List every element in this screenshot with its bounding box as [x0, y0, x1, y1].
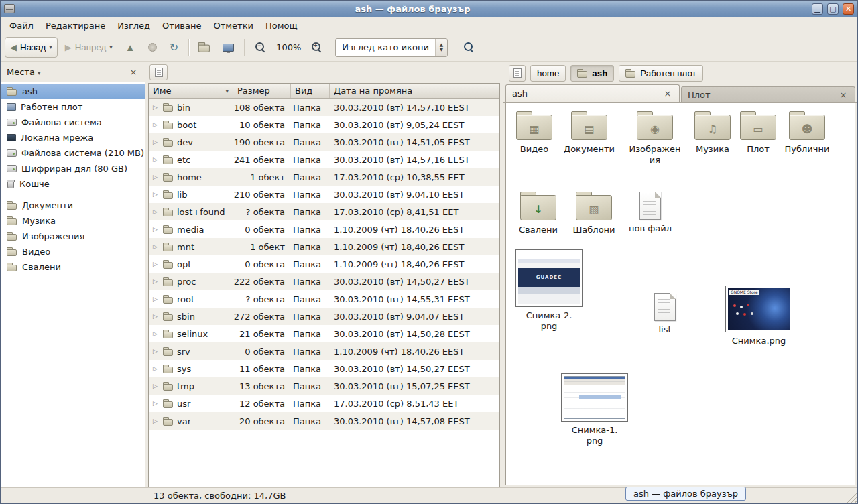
expander-icon[interactable]: ▷	[151, 226, 160, 233]
path-button-desktop[interactable]: Работен плот	[619, 65, 702, 82]
expander-icon[interactable]: ▷	[151, 208, 160, 215]
search-button[interactable]	[458, 37, 480, 58]
close-button[interactable]: ✕	[843, 3, 854, 15]
combobox-arrows-icon[interactable]: ▲▼	[435, 39, 447, 56]
table-row[interactable]: ▷var20 обектаПапка30.03.2010 (вт) 14,57,…	[149, 412, 499, 430]
table-row[interactable]: ▷proc222 обектаПапка30.03.2010 (вт) 14,5…	[149, 273, 499, 290]
column-header-type[interactable]: Вид	[291, 84, 330, 98]
expander-icon[interactable]: ▷	[151, 418, 160, 424]
expander-icon[interactable]: ▷	[151, 330, 160, 337]
expander-icon[interactable]: ▷	[151, 348, 160, 355]
menu-bookmarks[interactable]: Отметки	[207, 19, 259, 33]
file-new-file[interactable]: нов файл	[622, 192, 678, 234]
table-row[interactable]: ▷dev190 обектаПапка30.03.2010 (вт) 14,51…	[149, 133, 499, 151]
table-row[interactable]: ▷selinux21 обектаПапка30.03.2010 (вт) 14…	[149, 325, 499, 342]
expander-icon[interactable]: ▷	[151, 191, 160, 198]
expander-icon[interactable]: ▷	[151, 174, 160, 180]
expander-icon[interactable]: ▷	[151, 104, 160, 111]
up-button[interactable]: ▲	[120, 37, 141, 58]
expander-icon[interactable]: ▷	[151, 313, 160, 320]
sidebar-item-encrypted-80[interactable]: Шифриран дял (80 GB)	[1, 161, 145, 176]
table-row[interactable]: ▷sbin272 обектаПапка30.03.2010 (вт) 9,04…	[149, 308, 499, 325]
expander-icon[interactable]: ▷	[151, 261, 160, 267]
back-dropdown-icon[interactable]: ▾	[49, 44, 52, 50]
column-header-date[interactable]: Дата на промяна	[330, 84, 499, 98]
reload-button[interactable]: ↻	[164, 37, 184, 58]
table-row[interactable]: ▷mnt1 обектПапка1.10.2009 (чт) 18,40,26 …	[149, 238, 499, 255]
expander-icon[interactable]: ▷	[151, 156, 160, 163]
table-row[interactable]: ▷srv0 обектаПапка1.10.2009 (чт) 18,40,26…	[149, 342, 499, 360]
expander-icon[interactable]: ▷	[151, 278, 160, 285]
table-row[interactable]: ▷boot10 обектаПапка30.03.2010 (вт) 9,05,…	[149, 116, 499, 133]
expander-icon[interactable]: ▷	[151, 400, 160, 407]
menu-help[interactable]: Помощ	[259, 19, 304, 33]
sidebar-item-downloads[interactable]: Свалени	[1, 259, 145, 275]
tab-close-icon[interactable]: ×	[662, 88, 673, 99]
tab-close-icon[interactable]: ×	[838, 89, 849, 100]
file-list-file[interactable]: list	[637, 293, 693, 335]
sidebar-item-network[interactable]: Локална мрежа	[1, 130, 145, 145]
column-header-name[interactable]: Име▾	[149, 84, 233, 98]
maximize-button[interactable]: ▢	[827, 3, 839, 15]
table-row[interactable]: ▷opt0 обектаПапка1.10.2009 (чт) 18,40,26…	[149, 255, 499, 273]
sidebar-item-video[interactable]: Видео	[1, 244, 145, 259]
file-public-folder[interactable]: ☻Публични	[779, 111, 835, 155]
file-snimka[interactable]: GNOME StoreСнимка.png	[724, 286, 794, 346]
tab-ash[interactable]: ash×	[505, 84, 680, 102]
table-row[interactable]: ▷media0 обектаПапка1.10.2009 (чт) 18,40,…	[149, 220, 499, 238]
sidebar-item-filesystem[interactable]: Файлова система	[1, 115, 145, 130]
sidebar-item-ash[interactable]: ash	[1, 84, 145, 99]
table-row[interactable]: ▷root? обектаПапка30.03.2010 (вт) 14,55,…	[149, 290, 499, 308]
stop-button[interactable]	[143, 37, 162, 58]
sidebar-item-filesystem-210[interactable]: Файлова система (210 MB)	[1, 145, 145, 161]
expander-icon[interactable]: ▷	[151, 243, 160, 250]
file-templates-folder[interactable]: ▧Шаблони	[566, 192, 622, 235]
pathbar-root-button[interactable]	[509, 65, 526, 82]
file-downloads-folder[interactable]: ↓Свалени	[510, 192, 566, 235]
sidebar-close-button[interactable]: ×	[128, 66, 139, 77]
menu-go[interactable]: Отиване	[156, 19, 207, 33]
tab-plot[interactable]: Плот×	[681, 86, 855, 102]
table-row[interactable]: ▷lib210 обектаПапка30.03.2010 (вт) 9,04,…	[149, 186, 499, 203]
column-header-size[interactable]: Размер	[233, 84, 291, 98]
minimize-button[interactable]: ▁	[812, 3, 823, 15]
table-row[interactable]: ▷lost+found? обектаПапка17.03.2010 (ср) …	[149, 203, 499, 220]
file-video-folder[interactable]: ▦Видео	[506, 111, 562, 155]
file-documents-folder[interactable]: ▤Документи	[561, 111, 617, 155]
sidebar-item-desktop[interactable]: Работен плот	[1, 99, 145, 115]
expander-icon[interactable]: ▷	[151, 296, 160, 302]
table-row[interactable]: ▷usr12 обектаПапка17.03.2010 (ср) 8,51,4…	[149, 395, 499, 412]
expander-icon[interactable]: ▷	[151, 121, 160, 128]
sidebar-item-documents[interactable]: Документи	[1, 198, 145, 213]
expander-icon[interactable]: ▷	[151, 139, 160, 145]
table-row[interactable]: ▷etc241 обектаПапка30.03.2010 (вт) 14,57…	[149, 151, 499, 168]
file-pictures-folder[interactable]: ◉Изображения	[627, 111, 683, 166]
menu-edit[interactable]: Редактиране	[40, 19, 111, 33]
menu-file[interactable]: Файл	[3, 19, 40, 33]
icon-view[interactable]: ▦Видео▤Документи◉Изображения♫Музика▭Плот…	[505, 103, 855, 485]
resize-grip[interactable]	[847, 493, 857, 503]
expander-icon[interactable]: ▷	[151, 365, 160, 372]
titlebar[interactable]: ash — файлов браузър ▁ ▢ ✕	[1, 1, 857, 17]
path-button-ash[interactable]: ash	[570, 65, 614, 82]
path-button-home[interactable]: home	[530, 65, 566, 82]
zoom-in-button[interactable]: +	[306, 37, 328, 58]
file-desktop-folder[interactable]: ▭Плот	[730, 111, 786, 155]
file-snimka-2[interactable]: GUADECСнимка-2.png	[514, 249, 584, 332]
table-row[interactable]: ▷tmp13 обектаПапка30.03.2010 (вт) 15,07,…	[149, 377, 499, 395]
computer-button[interactable]	[217, 37, 239, 58]
sidebar-item-music[interactable]: Музика	[1, 213, 145, 229]
home-button[interactable]	[194, 37, 215, 58]
view-mode-combobox[interactable]: Изглед като икони ▲▼	[335, 38, 448, 57]
back-button[interactable]: ◀ Назад ▾	[5, 37, 58, 58]
sidebar-item-trash[interactable]: Кошче	[1, 176, 145, 192]
table-row[interactable]: ▷bin108 обектаПапка30.03.2010 (вт) 14,57…	[149, 99, 499, 116]
sidebar-item-pictures[interactable]: Изображения	[1, 229, 145, 244]
file-snimka-1[interactable]: Снимка-1.png	[560, 373, 629, 447]
pane-location-button[interactable]	[149, 64, 168, 80]
table-row[interactable]: ▷sys11 обектаПапка30.03.2010 (вт) 14,50,…	[149, 360, 499, 377]
expander-icon[interactable]: ▷	[151, 383, 160, 389]
forward-button[interactable]: ▶ Напред ▾	[60, 37, 118, 58]
places-selector[interactable]: Места ▾	[7, 67, 41, 77]
zoom-out-button[interactable]: −	[249, 37, 271, 58]
